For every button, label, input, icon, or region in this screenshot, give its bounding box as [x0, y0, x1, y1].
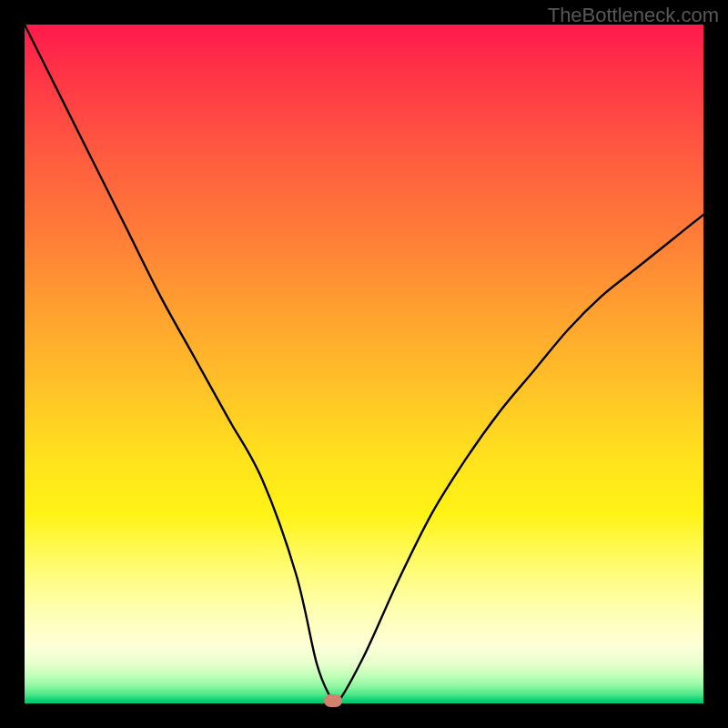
plot-area	[25, 25, 703, 703]
bottleneck-curve	[25, 25, 703, 703]
chart-frame: TheBottleneck.com	[0, 0, 728, 728]
watermark-text: TheBottleneck.com	[548, 4, 719, 27]
valley-marker	[324, 694, 342, 707]
